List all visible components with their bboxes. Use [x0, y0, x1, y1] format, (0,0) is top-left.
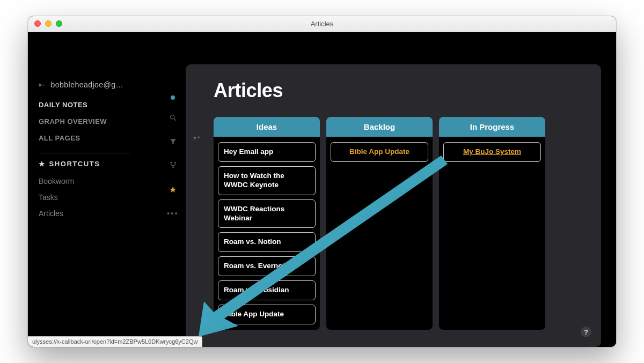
status-url-tooltip: ulysses://x-callback-url/open?id=m2ZBPw5… [28, 336, 202, 347]
svg-point-2 [170, 162, 172, 164]
column-header[interactable]: Backlog [326, 117, 433, 137]
column-in-progress: In Progress My BuJo System [439, 117, 545, 330]
sidebar-divider [39, 153, 130, 153]
svg-point-0 [170, 115, 174, 120]
more-icon[interactable]: ••• [167, 209, 179, 218]
page-title[interactable]: Articles [214, 79, 581, 102]
help-button[interactable]: ? [581, 327, 591, 337]
minimize-icon[interactable] [45, 20, 52, 27]
shortcuts-heading-label: SHORTCUTS [49, 160, 100, 168]
close-icon[interactable] [34, 20, 41, 27]
active-dot-icon [171, 95, 175, 100]
svg-line-1 [174, 118, 176, 121]
window-title: Articles [311, 20, 334, 28]
window-traffic-lights[interactable] [34, 20, 62, 27]
app-window: Articles ⇤ bobbleheadjoe@g… DAILY NOTES … [28, 16, 616, 347]
shortcut-bookworm[interactable]: Bookworm [39, 173, 150, 189]
column-backlog: Backlog Bible App Update [326, 117, 433, 330]
card[interactable]: WWDC Reactions Webinar [218, 199, 316, 228]
card[interactable]: Bible App Update [218, 305, 316, 324]
shortcut-articles[interactable]: Articles [39, 205, 150, 221]
main-area: Articles ▾• Ideas Hey Email app How to W… [186, 32, 616, 347]
column-header[interactable]: In Progress [439, 117, 545, 137]
nav-graph-overview[interactable]: GRAPH OVERVIEW [39, 113, 150, 130]
window-titlebar[interactable]: Articles [28, 16, 616, 32]
card[interactable]: Hey Email app [218, 142, 316, 162]
block-bullets[interactable]: ▾• [193, 134, 200, 142]
svg-point-3 [174, 162, 175, 164]
account-label: bobbleheadjoe@g… [50, 80, 123, 89]
star-icon[interactable]: ★ [169, 184, 177, 195]
card-link[interactable]: My BuJo System [443, 142, 541, 162]
card[interactable]: How to Watch the WWDC Keynote [218, 166, 316, 195]
card[interactable]: Roam vs. Notion [218, 232, 316, 252]
svg-point-4 [172, 167, 174, 168]
kanban-board: Ideas Hey Email app How to Watch the WWD… [214, 117, 581, 330]
nav-all-pages[interactable]: ALL PAGES [39, 130, 150, 146]
sidebar: ⇤ bobbleheadjoe@g… DAILY NOTES GRAPH OVE… [28, 32, 162, 347]
collapse-icon: ⇤ [39, 80, 45, 89]
column-ideas: Ideas Hey Email app How to Watch the WWD… [214, 117, 320, 330]
shortcuts-heading: ★ SHORTCUTS [39, 160, 150, 168]
account-switcher[interactable]: ⇤ bobbleheadjoe@g… [39, 80, 150, 89]
filter-icon[interactable] [169, 137, 177, 147]
card-link[interactable]: Bible App Update [331, 142, 428, 162]
card[interactable]: Roam vs. Obsidian [218, 280, 316, 300]
content-panel: Articles ▾• Ideas Hey Email app How to W… [186, 64, 601, 347]
nav-daily-notes[interactable]: DAILY NOTES [39, 97, 150, 113]
shortcut-tasks[interactable]: Tasks [39, 189, 150, 205]
star-outline-icon: ★ [39, 160, 46, 168]
column-header[interactable]: Ideas [214, 117, 320, 137]
card[interactable]: Roam vs. Evernote [218, 256, 316, 276]
search-icon[interactable] [169, 114, 177, 123]
icon-rail: ★ ••• [162, 95, 184, 218]
fork-icon[interactable] [169, 161, 177, 171]
zoom-icon[interactable] [56, 20, 62, 27]
